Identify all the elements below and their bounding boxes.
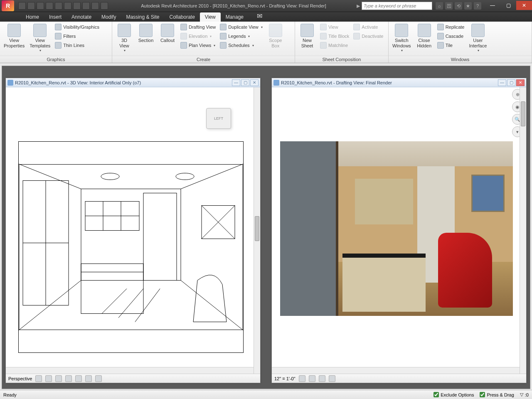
- scrollbar-vertical[interactable]: [520, 87, 526, 374]
- matchline-button: Matchline: [319, 41, 350, 49]
- exclude-options-checkbox[interactable]: Exclude Options: [433, 392, 474, 397]
- scrollbar-horizontal[interactable]: [6, 367, 254, 374]
- section-button[interactable]: Section: [136, 23, 156, 44]
- binoculars-icon[interactable]: ⌕: [436, 2, 443, 10]
- switch-windows-button[interactable]: Switch Windows: [391, 23, 413, 54]
- filter-icon: ▽: [520, 392, 523, 397]
- tab-modify[interactable]: Modify: [96, 12, 121, 22]
- reveal-icon[interactable]: [95, 375, 102, 382]
- hide-isolate-icon[interactable]: [85, 375, 92, 382]
- qat-open-icon[interactable]: [27, 2, 35, 10]
- doc-maximize-button[interactable]: ▢: [241, 79, 249, 86]
- qat-sync-icon[interactable]: [82, 2, 90, 10]
- search-arrow-icon: ▶: [357, 3, 360, 9]
- qat-dropdown-icon[interactable]: [101, 2, 108, 10]
- viewport-render[interactable]: ⊕ ◉ 🔍 ▾: [272, 87, 526, 374]
- cascade-button[interactable]: Cascade: [436, 32, 466, 40]
- schedules-button[interactable]: Schedules: [219, 41, 264, 49]
- doc-window-3d-view: R2010_Kitchen_Reno.rvt - 3D View: Interi…: [5, 78, 261, 383]
- doc-title-bar-right[interactable]: R2010_Kitchen_Reno.rvt - Drafting View: …: [272, 78, 526, 87]
- sun-path-icon[interactable]: [329, 375, 335, 382]
- view-scale-label[interactable]: 12" = 1'-0": [274, 376, 296, 381]
- crop-icon[interactable]: [65, 375, 72, 382]
- doc-close-button[interactable]: ✕: [250, 79, 259, 86]
- title-block-button: Title Block: [319, 32, 350, 40]
- favorite-icon[interactable]: ★: [464, 2, 472, 10]
- legends-button[interactable]: Legends: [219, 32, 264, 40]
- plan-views-button[interactable]: Plan Views: [179, 41, 217, 49]
- close-hidden-button[interactable]: Close Hidden: [414, 23, 434, 49]
- tab-massing-site[interactable]: Massing & Site: [121, 12, 164, 22]
- qat-3d-icon[interactable]: [73, 2, 81, 10]
- panel-label-graphics: Graphics: [0, 56, 112, 63]
- mdi-client-area: R2010_Kitchen_Reno.rvt - 3D View: Interi…: [2, 66, 530, 389]
- press-drag-checkbox[interactable]: Press & Drag: [480, 392, 514, 397]
- view-templates-button[interactable]: View Templates: [28, 23, 52, 54]
- qat-undo-icon[interactable]: [46, 2, 53, 10]
- drafting-view-button[interactable]: Drafting View: [179, 23, 217, 31]
- view-properties-button[interactable]: View Properties: [2, 23, 26, 49]
- exchange-icon[interactable]: ⟲: [455, 2, 462, 10]
- viewcube[interactable]: LEFT: [206, 108, 231, 129]
- 3d-view-button[interactable]: 3D View: [114, 23, 134, 54]
- shadows-icon[interactable]: [45, 375, 52, 382]
- schedules-icon: [220, 42, 227, 49]
- tab-collaborate[interactable]: Collaborate: [164, 12, 200, 22]
- view-control-bar-left: Perspective: [6, 374, 260, 383]
- crop-region-icon[interactable]: [75, 375, 82, 382]
- duplicate-view-button[interactable]: Duplicate View: [219, 23, 264, 31]
- view-mode-label: Perspective: [8, 376, 32, 381]
- search-input[interactable]: [362, 2, 432, 10]
- app-logo[interactable]: R: [2, 0, 14, 11]
- model-graphics-icon[interactable]: [299, 375, 305, 382]
- tile-icon: [437, 42, 444, 49]
- elevation-button[interactable]: Elevation: [179, 32, 217, 40]
- scrollbar-vertical[interactable]: [254, 87, 260, 374]
- window-controls: — ▢ ✕: [485, 2, 532, 10]
- visibility-icon: [55, 24, 62, 30]
- qat-measure-icon[interactable]: [91, 2, 99, 10]
- tab-annotate[interactable]: Annotate: [66, 12, 96, 22]
- tab-view[interactable]: View: [200, 12, 221, 22]
- rendering-icon[interactable]: [55, 375, 62, 382]
- doc-title-bar-left[interactable]: R2010_Kitchen_Reno.rvt - 3D View: Interi…: [6, 78, 260, 87]
- viewport-3d[interactable]: LEFT: [6, 87, 260, 374]
- visibility-graphics-button[interactable]: Visibility/Graphics: [54, 23, 101, 31]
- scrollbar-horizontal[interactable]: [272, 367, 520, 374]
- qat-save-icon[interactable]: [37, 2, 44, 10]
- callout-button[interactable]: Callout: [158, 23, 177, 44]
- model-graphics-icon[interactable]: [35, 375, 42, 382]
- minimize-button[interactable]: —: [485, 1, 500, 10]
- help-icon[interactable]: ?: [474, 2, 481, 10]
- doc-title-right: R2010_Kitchen_Reno.rvt - Drafting View: …: [281, 80, 392, 85]
- doc-close-button[interactable]: ✕: [516, 79, 525, 86]
- thin-lines-button[interactable]: Thin Lines: [54, 41, 101, 49]
- reveal-hidden-icon[interactable]: [319, 375, 325, 382]
- user-interface-button[interactable]: User Interface: [467, 23, 488, 54]
- replicate-button[interactable]: Replicate: [436, 23, 466, 31]
- tab-home[interactable]: Home: [21, 12, 44, 22]
- filter-count[interactable]: ▽:0: [520, 392, 529, 397]
- qat-redo-icon[interactable]: [55, 2, 62, 10]
- panel-create: 3D View Section Callout Drafting View El…: [112, 22, 295, 63]
- panel-label-create: Create: [112, 56, 295, 63]
- doc-maximize-button[interactable]: ▢: [507, 79, 515, 86]
- maximize-button[interactable]: ▢: [500, 1, 516, 10]
- svg-line-20: [135, 289, 160, 322]
- doc-minimize-button[interactable]: —: [498, 79, 506, 86]
- rvt-file-icon: [7, 80, 13, 86]
- hide-isolate-icon[interactable]: [309, 375, 315, 382]
- new-sheet-button[interactable]: New Sheet: [297, 23, 317, 49]
- mail-icon[interactable]: ✉: [254, 10, 266, 22]
- qat-cursor-icon[interactable]: [64, 2, 71, 10]
- close-button[interactable]: ✕: [516, 1, 532, 10]
- filters-button[interactable]: Filters: [54, 32, 101, 40]
- tab-manage[interactable]: Manage: [221, 12, 249, 22]
- qat-new-icon[interactable]: [18, 2, 26, 10]
- activate-icon: [353, 24, 360, 30]
- key-icon[interactable]: ⚿: [445, 2, 453, 10]
- doc-minimize-button[interactable]: —: [232, 79, 240, 86]
- tile-button[interactable]: Tile: [436, 41, 466, 49]
- tab-insert[interactable]: Insert: [44, 12, 66, 22]
- view-properties-icon: [7, 24, 21, 37]
